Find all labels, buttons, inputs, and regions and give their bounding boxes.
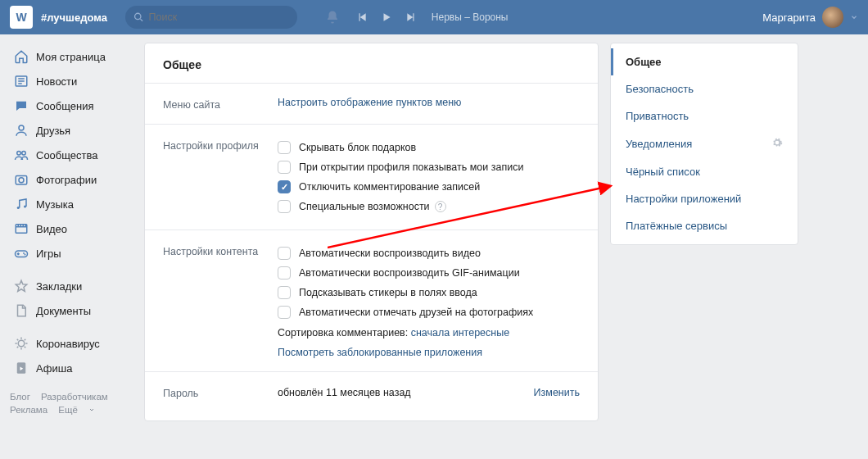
sidebar-item-news[interactable]: Новости [10,69,133,93]
sidebar-item-photo[interactable]: Фотографии [10,167,133,192]
search-icon [133,11,144,23]
group-icon [13,147,29,163]
option-accessibility[interactable]: Специальные возможности? [278,197,580,216]
tab-label: Приватность [626,110,689,122]
checkbox[interactable] [278,161,291,174]
content-opts: Автоматически воспроизводить видеоАвтома… [278,243,580,358]
section-profile-settings: Настройки профиля Скрывать блок подарков… [145,125,598,230]
settings-tab-Настройки приложений[interactable]: Настройки приложений [611,185,798,212]
sort-line: Сортировка комментариев: сначала интерес… [278,327,580,339]
play-icon[interactable] [376,7,397,28]
checkbox[interactable] [278,306,291,319]
option-disable_comments[interactable]: Отключить комментирование записей [278,177,580,197]
user-menu[interactable]: Маргарита [762,7,858,28]
nav-label: Сообщения [36,100,94,112]
sidebar-item-music[interactable]: Музыка [10,192,133,216]
nav-list-3: КоронавирусАфиша [10,331,133,380]
section-label: Настройки контента [163,243,278,358]
prev-track-icon[interactable] [351,7,373,28]
avatar [822,7,843,28]
nav-label: Игры [36,248,61,260]
section-content-settings: Настройки контента Автоматически воспрои… [145,230,598,372]
tab-label: Платёжные сервисы [626,220,727,232]
settings-tab-Приватность[interactable]: Приватность [611,102,798,130]
checkbox[interactable] [278,266,291,279]
content-checks: Автоматически воспроизводить видеоАвтома… [278,243,580,322]
sidebar-item-friends[interactable]: Друзья [10,118,133,143]
footer-blog[interactable]: Блог [10,392,30,402]
page-title: Общее [145,43,598,84]
settings-tab-Чёрный список[interactable]: Чёрный список [611,158,798,185]
sidebar-item-star[interactable]: Закладки [10,274,133,298]
search-box[interactable] [125,6,297,29]
checkbox[interactable] [278,141,291,154]
svg-point-4 [22,152,26,156]
blocked-apps-link[interactable]: Посмотреть заблокированные приложения [278,347,482,358]
nav-label: Документы [36,305,91,317]
option-auto_tag[interactable]: Автоматически отмечать друзей на фотогра… [278,302,580,322]
option-suggest_stickers[interactable]: Подсказывать стикеры в полях ввода [278,283,580,302]
option-hide_gifts[interactable]: Скрывать блок подарков [278,138,580,157]
sidebar-item-msg[interactable]: Сообщения [10,93,133,118]
track-title[interactable]: Нервы – Вороны [432,11,509,23]
help-icon[interactable]: ? [435,201,446,212]
nav-label: Моя страница [36,51,106,63]
sidebar-item-video[interactable]: Видео [10,216,133,241]
sidebar-item-virus[interactable]: Коронавирус [10,331,133,356]
option-show_posts_on_open[interactable]: При открытии профиля показывать мои запи… [278,157,580,177]
sidebar-item-group[interactable]: Сообщества [10,143,133,167]
sidebar-item-doc[interactable]: Документы [10,298,133,323]
sidebar-item-game[interactable]: Игры [10,241,133,266]
settings-tab-Общее[interactable]: Общее [611,48,798,75]
option-label: Специальные возможности [299,201,430,212]
option-label: Скрывать блок подарков [299,142,416,153]
settings-tab-Безопасность[interactable]: Безопасность [611,75,798,102]
search-input[interactable] [148,11,288,23]
settings-tab-Платёжные сервисы[interactable]: Платёжные сервисы [611,212,798,239]
profile-opts: Скрывать блок подарковПри открытии профи… [278,138,580,216]
settings-sidebar: ОбщееБезопасностьПриватностьУведомленияЧ… [610,43,798,245]
change-password-link[interactable]: Изменить [534,387,580,398]
game-icon [13,245,29,261]
svg-point-7 [17,207,20,209]
checkbox[interactable] [278,286,291,299]
nav-list-2: ЗакладкиДокументы [10,274,133,323]
option-label: Отключить комментирование записей [299,181,480,193]
footer-more[interactable]: Ещё [58,405,95,418]
next-track-icon[interactable] [400,7,422,28]
left-nav: Моя страницаНовостиСообщенияДрузьяСообще… [10,43,133,421]
option-autoplay_video[interactable]: Автоматически воспроизводить видео [278,243,580,263]
notifications-icon[interactable] [322,7,343,28]
svg-point-2 [19,125,24,130]
gear-icon[interactable] [771,137,783,151]
footer-links: Блог Разработчикам Реклама Ещё [10,392,133,421]
vk-logo[interactable]: W [10,6,33,29]
footer-ads[interactable]: Реклама [10,405,47,415]
nav-label: Видео [36,223,67,235]
checkbox[interactable] [278,247,291,260]
virus-icon [13,335,29,352]
sort-value-link[interactable]: сначала интересные [411,327,509,339]
option-label: При открытии профиля показывать мои запи… [299,161,523,173]
option-label: Автоматически воспроизводить видео [299,248,481,259]
nav-label: Сообщества [36,149,98,161]
option-label: Подсказывать стикеры в полях ввода [299,287,477,298]
sidebar-item-home[interactable]: Моя страница [10,44,133,69]
option-autoplay_gif[interactable]: Автоматически воспроизводить GIF-анимаци… [278,263,580,283]
password-status: обновлён 11 месяцев назад [278,387,411,398]
tab-label: Общее [626,56,662,68]
configure-menu-link[interactable]: Настроить отображение пунктов меню [278,97,461,108]
photo-icon [13,171,29,188]
footer-dev[interactable]: Разработчикам [41,392,108,402]
tab-label: Чёрный список [626,166,700,178]
home-icon [13,48,29,65]
music-icon [13,196,29,212]
settings-tab-Уведомления[interactable]: Уведомления [611,130,798,158]
sidebar-item-poster[interactable]: Афиша [10,356,133,380]
star-icon [13,278,29,294]
slogan: #лучшедома [41,11,107,24]
checkbox[interactable] [278,200,291,213]
friends-icon [13,122,29,139]
checkbox[interactable] [278,180,291,193]
tab-label: Настройки приложений [626,193,741,205]
